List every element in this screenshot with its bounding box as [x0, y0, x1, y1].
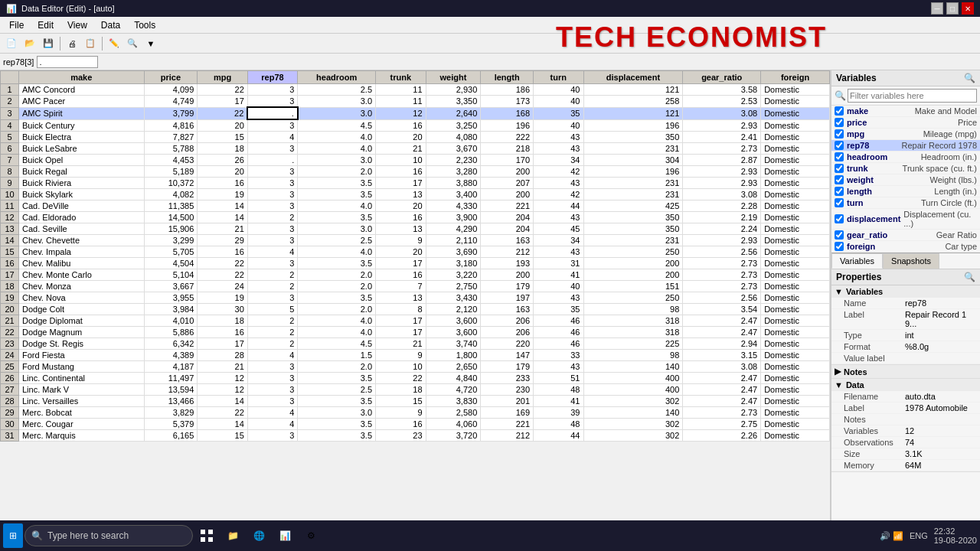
data-cell[interactable]: 3	[247, 178, 297, 189]
data-cell[interactable]: Domestic	[761, 84, 830, 96]
data-cell[interactable]: 3.5	[298, 419, 376, 430]
data-cell[interactable]: 3.5	[298, 430, 376, 442]
data-cell[interactable]: 2	[247, 212, 297, 223]
data-cell[interactable]: Linc. Continental	[19, 373, 145, 384]
row-num-cell[interactable]: 26	[1, 373, 19, 384]
data-cell[interactable]: 170	[481, 155, 534, 166]
data-cell[interactable]: 200	[481, 166, 534, 178]
data-cell[interactable]: 5	[247, 304, 297, 315]
data-cell[interactable]: 2.93	[683, 235, 761, 246]
data-cell[interactable]: 10,372	[144, 178, 198, 189]
data-cell[interactable]: 3.08	[683, 107, 761, 119]
data-cell[interactable]: 29	[198, 235, 247, 246]
data-cell[interactable]: Dodge Magnum	[19, 327, 145, 338]
data-cell[interactable]: 212	[481, 246, 534, 258]
data-cell[interactable]: Domestic	[761, 143, 830, 155]
data-cell[interactable]: 3.5	[298, 292, 376, 304]
data-cell[interactable]: 2	[247, 281, 297, 292]
col-displacement[interactable]: displacement	[583, 71, 683, 84]
data-cell[interactable]: 10	[376, 155, 426, 166]
row-num-cell[interactable]: 10	[1, 189, 19, 201]
data-cell[interactable]: 3,830	[426, 396, 481, 407]
taskbar-stata[interactable]: 📊	[273, 523, 297, 548]
data-cell[interactable]: 2.56	[683, 292, 761, 304]
data-cell[interactable]: 4,389	[144, 350, 198, 361]
data-cell[interactable]: 221	[481, 419, 534, 430]
data-cell[interactable]: 33	[534, 350, 583, 361]
row-num-cell[interactable]: 27	[1, 384, 19, 396]
data-cell[interactable]: 3	[247, 119, 297, 132]
data-cell[interactable]: 18	[376, 384, 426, 396]
var-checkbox-make[interactable]	[835, 106, 844, 116]
data-cell[interactable]: 2,650	[426, 361, 481, 373]
row-num-cell[interactable]: 22	[1, 327, 19, 338]
data-cell[interactable]: 4.0	[298, 246, 376, 258]
row-num-cell[interactable]: 4	[1, 119, 19, 132]
data-cell[interactable]: 4.0	[298, 315, 376, 327]
data-cell[interactable]: 13,466	[144, 396, 198, 407]
data-cell[interactable]: 16	[198, 246, 247, 258]
data-cell[interactable]: Buick Regal	[19, 166, 145, 178]
data-cell[interactable]: 2,580	[426, 407, 481, 419]
data-cell[interactable]: 231	[583, 189, 683, 201]
data-cell[interactable]: Domestic	[761, 281, 830, 292]
data-cell[interactable]: Domestic	[761, 338, 830, 350]
data-cell[interactable]: 204	[481, 212, 534, 223]
data-cell[interactable]: 3	[247, 430, 297, 442]
data-cell[interactable]: Ford Mustang	[19, 361, 145, 373]
data-cell[interactable]: 302	[583, 419, 683, 430]
filter-button[interactable]: ▼	[142, 36, 159, 51]
data-cell[interactable]: AMC Concord	[19, 84, 145, 96]
data-cell[interactable]: 3.5	[298, 189, 376, 201]
save-button[interactable]: 💾	[40, 36, 57, 51]
data-cell[interactable]: 3,430	[426, 292, 481, 304]
data-cell[interactable]: 21	[376, 143, 426, 155]
data-cell[interactable]: 46	[534, 327, 583, 338]
data-cell[interactable]: 3,880	[426, 178, 481, 189]
col-trunk[interactable]: trunk	[376, 71, 426, 84]
menu-view[interactable]: View	[61, 18, 93, 32]
data-cell[interactable]: 2.93	[683, 178, 761, 189]
data-cell[interactable]: 17	[376, 327, 426, 338]
data-cell[interactable]: 400	[583, 384, 683, 396]
taskbar-search[interactable]: 🔍 Type here to search	[24, 525, 193, 546]
data-cell[interactable]: Linc. Mark V	[19, 384, 145, 396]
row-num-cell[interactable]: 3	[1, 107, 19, 119]
data-cell[interactable]: 2.0	[298, 166, 376, 178]
data-cell[interactable]: 14,500	[144, 212, 198, 223]
address-input[interactable]	[37, 56, 98, 68]
close-button[interactable]: ✕	[962, 2, 974, 15]
row-num-cell[interactable]: 15	[1, 246, 19, 258]
data-cell[interactable]: 28	[198, 350, 247, 361]
data-cell[interactable]: Domestic	[761, 304, 830, 315]
data-cell[interactable]: Chev. Malibu	[19, 258, 145, 269]
data-cell[interactable]: 5,886	[144, 327, 198, 338]
data-cell[interactable]: Linc. Versailles	[19, 396, 145, 407]
data-cell[interactable]: AMC Pacer	[19, 96, 145, 108]
data-cell[interactable]: 23	[376, 430, 426, 442]
data-cell[interactable]: Merc. Bobcat	[19, 407, 145, 419]
data-cell[interactable]: 173	[481, 96, 534, 108]
data-cell[interactable]: 3	[247, 384, 297, 396]
data-cell[interactable]: 4.0	[298, 143, 376, 155]
data-cell[interactable]: Chev. Chevette	[19, 235, 145, 246]
data-cell[interactable]: 17	[198, 338, 247, 350]
data-cell[interactable]: 121	[583, 107, 683, 119]
data-cell[interactable]: 9	[376, 407, 426, 419]
data-cell[interactable]: 318	[583, 327, 683, 338]
data-cell[interactable]: 3,180	[426, 258, 481, 269]
data-cell[interactable]: AMC Spirit	[19, 107, 145, 119]
menu-data[interactable]: Data	[95, 18, 126, 32]
data-cell[interactable]: 46	[534, 315, 583, 327]
minimize-button[interactable]: ─	[931, 2, 943, 15]
data-cell[interactable]: 22	[198, 258, 247, 269]
data-cell[interactable]: 18	[198, 315, 247, 327]
row-num-cell[interactable]: 21	[1, 315, 19, 327]
data-cell[interactable]: 9	[376, 235, 426, 246]
data-cell[interactable]: 13,594	[144, 384, 198, 396]
data-cell[interactable]: 4,099	[144, 84, 198, 96]
data-cell[interactable]: 2.56	[683, 246, 761, 258]
data-cell[interactable]: .	[247, 155, 297, 166]
data-cell[interactable]: 200	[481, 189, 534, 201]
data-cell[interactable]: 2,110	[426, 235, 481, 246]
